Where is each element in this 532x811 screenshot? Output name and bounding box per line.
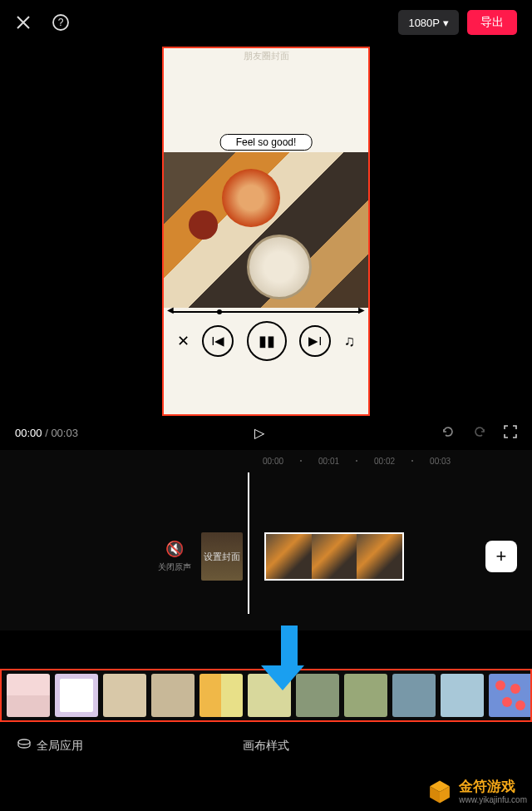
panel-title: 画布样式 [243, 739, 289, 754]
progress-bar[interactable] [172, 311, 360, 313]
speaker-icon: 🔇 [158, 540, 191, 558]
canvas-style-swatch[interactable] [392, 674, 436, 717]
shuffle-icon[interactable]: ✕ [177, 332, 190, 350]
playhead[interactable] [248, 472, 249, 614]
resolution-button[interactable]: 1080P ▾ [398, 10, 459, 35]
mute-audio-button[interactable]: 🔇 关闭原声 [158, 540, 191, 573]
close-icon[interactable] [15, 14, 32, 31]
preview-faint-text: 朋友圈封面 [164, 48, 368, 62]
preview-image [164, 152, 368, 309]
preview-caption: Feel so good! [220, 134, 313, 151]
ruler-tick: 00:00 [263, 457, 283, 466]
cube-icon [426, 778, 454, 806]
resolution-label: 1080P [408, 17, 440, 29]
music-player: ✕ I◀ ▮▮ ▶I ♫ [164, 308, 368, 414]
fullscreen-icon[interactable] [504, 425, 517, 441]
svg-text:?: ? [58, 17, 64, 28]
svg-point-2 [18, 739, 30, 744]
canvas-style-swatch[interactable] [103, 674, 146, 717]
add-clip-button[interactable]: + [485, 541, 517, 572]
preview-frame[interactable]: 朋友圈封面 Feel so good! ✕ I◀ ▮▮ ▶I ♫ [162, 47, 370, 416]
layers-icon [17, 737, 32, 754]
global-apply-button[interactable]: 全局应用 [17, 737, 83, 754]
play-button[interactable]: ▷ [254, 425, 264, 441]
chevron-down-icon: ▾ [443, 17, 449, 29]
redo-icon[interactable] [472, 424, 487, 442]
canvas-style-swatch[interactable] [489, 674, 532, 717]
playlist-icon[interactable]: ♫ [344, 333, 356, 350]
ruler-tick: 00:03 [430, 457, 451, 466]
prev-track-button[interactable]: I◀ [202, 325, 234, 357]
help-icon[interactable]: ? [52, 13, 70, 32]
canvas-style-swatch[interactable] [7, 674, 50, 717]
ruler-tick: 00:02 [374, 457, 395, 466]
pause-button[interactable]: ▮▮ [247, 321, 287, 361]
timeline-track[interactable]: 🔇 关闭原声 设置封面 + [0, 472, 532, 631]
next-track-button[interactable]: ▶I [299, 325, 331, 357]
annotation-arrow [274, 626, 304, 690]
canvas-style-swatch[interactable] [344, 674, 387, 717]
canvas-style-swatch[interactable] [200, 674, 243, 717]
canvas-style-swatch[interactable] [441, 674, 484, 717]
export-button[interactable]: 导出 [467, 10, 517, 35]
video-clip[interactable] [264, 532, 404, 581]
set-cover-button[interactable]: 设置封面 [201, 532, 243, 581]
canvas-style-swatch[interactable] [151, 674, 195, 717]
time-display: 00:00 / 00:03 [15, 427, 78, 439]
timeline-ruler[interactable]: 00:00 00:01 00:02 00:03 [0, 450, 532, 472]
watermark: 金符游戏 www.yikajinfu.com [426, 778, 527, 806]
ruler-tick: 00:01 [318, 457, 339, 466]
canvas-style-swatch[interactable] [55, 674, 98, 717]
undo-icon[interactable] [441, 424, 456, 442]
